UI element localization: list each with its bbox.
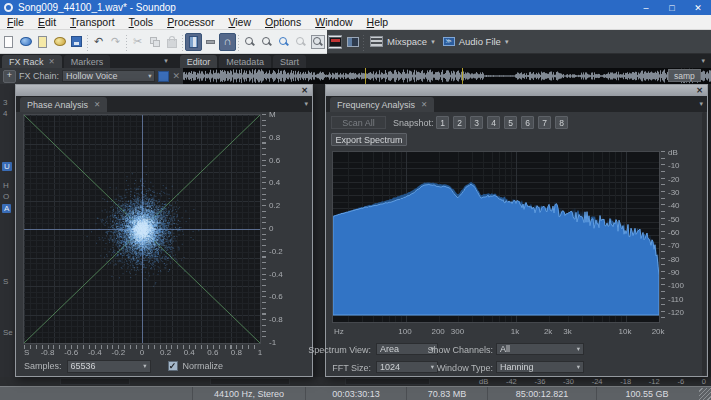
close-button[interactable]: ✕ bbox=[685, 0, 711, 15]
normalize-checkbox[interactable]: ✓ bbox=[168, 361, 178, 371]
menu-window[interactable]: Window bbox=[308, 15, 359, 30]
resize-grip[interactable] bbox=[699, 388, 711, 400]
db-axis-label: -90 bbox=[668, 269, 680, 277]
snapshot-4-button[interactable]: 4 bbox=[487, 116, 500, 129]
waveform-overview[interactable] bbox=[183, 68, 711, 84]
save-chain-icon[interactable] bbox=[158, 71, 169, 82]
fx-slot-fragment: 4 bbox=[3, 109, 7, 118]
dialog-overflow-icon[interactable]: ▾ bbox=[300, 100, 312, 108]
tab-editor[interactable]: Editor bbox=[180, 55, 218, 68]
zoom-selection-icon[interactable] bbox=[241, 33, 258, 51]
tab-markers[interactable]: Markers bbox=[64, 55, 111, 68]
new-project-icon[interactable] bbox=[34, 33, 51, 51]
mixspace-dropdown[interactable]: Mixspace ▾ bbox=[366, 33, 439, 51]
minimize-button[interactable]: – bbox=[633, 0, 659, 15]
scan-all-button[interactable]: Scan All bbox=[331, 116, 386, 129]
export-spectrum-button[interactable]: Export Spectrum bbox=[331, 133, 407, 146]
spectrum-plot[interactable] bbox=[332, 151, 660, 323]
dialog-scrollbar[interactable] bbox=[702, 112, 706, 376]
mixspace-icon bbox=[370, 36, 383, 47]
phase-analysis-dialog: ✕ Phase Analysis ✕ ▾ Samples: 65536 ▾ ✓ … bbox=[15, 84, 313, 377]
hand-tool-icon[interactable] bbox=[202, 33, 219, 51]
phase-scatter-plot[interactable] bbox=[23, 114, 261, 344]
new-file-icon[interactable] bbox=[0, 33, 17, 51]
tab-metadata[interactable]: Metadata bbox=[219, 55, 271, 68]
undo-icon[interactable]: ↶ bbox=[90, 33, 107, 51]
cut-icon[interactable]: ✂ bbox=[129, 33, 146, 51]
title-bar: Song009_44100_1.wav* - Soundop – □ ✕ bbox=[0, 0, 711, 15]
menu-file[interactable]: File bbox=[0, 15, 31, 30]
snapshot-6-button[interactable]: 6 bbox=[521, 116, 534, 129]
close-icon[interactable]: ✕ bbox=[692, 87, 707, 95]
delete-chain-icon[interactable]: ✕ bbox=[172, 71, 180, 81]
phase-y-label: 0.6 bbox=[269, 157, 280, 165]
snapshot-8-button[interactable]: 8 bbox=[555, 116, 568, 129]
db-axis-label: -120 bbox=[668, 309, 684, 317]
dialog-title-bar[interactable]: ✕ bbox=[16, 85, 312, 96]
fx-slot-fragment: U bbox=[2, 162, 12, 171]
status-segment: 70.83 MB bbox=[406, 387, 487, 400]
open-file-icon[interactable] bbox=[17, 33, 34, 51]
tab-phase-analysis[interactable]: Phase Analysis ✕ bbox=[20, 97, 107, 112]
fx-chain-label: FX Chain: bbox=[19, 71, 59, 81]
menu-bar: FileEditTransportToolsProcessorViewOptio… bbox=[0, 15, 711, 30]
snap-magnet-icon[interactable]: ∩ bbox=[219, 33, 236, 51]
db-axis-label: -40 bbox=[668, 202, 680, 210]
maximize-button[interactable]: □ bbox=[659, 0, 685, 15]
menu-transport[interactable]: Transport bbox=[63, 15, 122, 30]
snapshot-7-button[interactable]: 7 bbox=[538, 116, 551, 129]
snapshot-5-button[interactable]: 5 bbox=[504, 116, 517, 129]
dialog-overflow-icon[interactable]: ▾ bbox=[695, 100, 707, 108]
zoom-in-icon[interactable] bbox=[309, 33, 326, 51]
fx-chain-select[interactable]: Hollow Voice ▾ bbox=[62, 70, 155, 82]
close-tab-icon[interactable]: ✕ bbox=[49, 57, 55, 66]
right-panel-overflow-icon[interactable]: ▾ bbox=[697, 57, 709, 65]
menu-tools[interactable]: Tools bbox=[122, 15, 161, 30]
meter-scale-label: -6 bbox=[677, 378, 684, 386]
redo-icon[interactable]: ↷ bbox=[107, 33, 124, 51]
phase-y-label: -1 bbox=[269, 339, 276, 347]
tab-frequency-analysis[interactable]: Frequency Analysis ✕ bbox=[330, 97, 434, 112]
meter-scale-label: -18 bbox=[620, 378, 631, 386]
menu-edit[interactable]: Edit bbox=[31, 15, 63, 30]
layout-icon[interactable] bbox=[344, 33, 361, 51]
zoom-out-selection-icon[interactable] bbox=[258, 33, 275, 51]
close-icon[interactable]: ✕ bbox=[297, 87, 312, 95]
tab-fx-rack[interactable]: FX Rack✕ bbox=[2, 55, 62, 68]
samples-select[interactable]: 65536 ▾ bbox=[67, 360, 151, 373]
phase-x-label: 0.2 bbox=[160, 349, 171, 357]
zoom-full-icon[interactable] bbox=[275, 33, 292, 51]
dialog-title-bar[interactable]: ✕ bbox=[326, 85, 707, 96]
chevron-down-icon: ▾ bbox=[144, 72, 151, 80]
fx-rack-slot-strip: 34UHOASSe bbox=[0, 84, 16, 377]
add-fx-button[interactable]: + bbox=[3, 70, 16, 83]
open-project-icon[interactable] bbox=[51, 33, 68, 51]
lock-icon[interactable] bbox=[163, 33, 180, 51]
phase-x-label: -0.8 bbox=[41, 349, 55, 357]
menu-processor[interactable]: Processor bbox=[160, 15, 221, 30]
snapshot-3-button[interactable]: 3 bbox=[470, 116, 483, 129]
menu-view[interactable]: View bbox=[221, 15, 258, 30]
copy-icon[interactable] bbox=[146, 33, 163, 51]
audio-file-dropdown[interactable]: ≫ Audio File ▾ bbox=[439, 33, 513, 51]
save-icon[interactable] bbox=[68, 33, 85, 51]
zoom-reset-icon[interactable] bbox=[292, 33, 309, 51]
snapshot-2-button[interactable]: 2 bbox=[453, 116, 466, 129]
phase-y-label: -0.2 bbox=[269, 248, 283, 256]
menu-help[interactable]: Help bbox=[360, 15, 396, 30]
show-channels-select[interactable]: All▾ bbox=[496, 343, 584, 355]
time-selection-tool-icon[interactable] bbox=[185, 33, 202, 51]
app-icon bbox=[4, 3, 13, 12]
close-tab-icon[interactable]: ✕ bbox=[421, 100, 427, 109]
hidden-button bbox=[60, 378, 130, 385]
snapshot-1-button[interactable]: 1 bbox=[436, 116, 449, 129]
meter-scale-label: -12 bbox=[649, 378, 660, 386]
db-axis-label: -50 bbox=[668, 216, 680, 224]
meter-scale-label: -24 bbox=[592, 378, 603, 386]
left-panel-overflow-icon[interactable]: ▾ bbox=[160, 57, 172, 65]
menu-options[interactable]: Options bbox=[258, 15, 308, 30]
hz-axis-label: 1k bbox=[511, 328, 519, 336]
window-type-select[interactable]: Hanning▾ bbox=[496, 361, 584, 373]
close-tab-icon[interactable]: ✕ bbox=[94, 100, 100, 109]
tab-start[interactable]: Start bbox=[273, 55, 306, 68]
